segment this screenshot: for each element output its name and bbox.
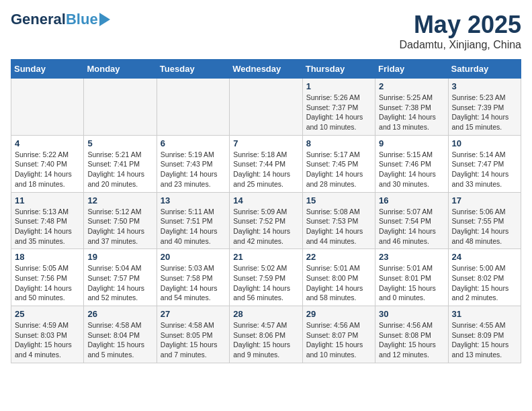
calendar-cell: 22Sunrise: 5:01 AM Sunset: 8:00 PM Dayli… [302,249,375,306]
weekday-header-sunday: Sunday [11,60,84,79]
day-number: 8 [306,138,371,148]
day-number: 10 [452,138,517,148]
calendar-cell [84,79,157,136]
day-number: 21 [233,252,298,262]
calendar-cell: 31Sunrise: 4:55 AM Sunset: 8:09 PM Dayli… [448,306,521,363]
day-number: 7 [233,138,298,148]
day-number: 14 [233,195,298,205]
day-info: Sunrise: 5:17 AM Sunset: 7:45 PM Dayligh… [306,150,371,189]
calendar-cell: 30Sunrise: 4:56 AM Sunset: 8:08 PM Dayli… [375,306,448,363]
day-info: Sunrise: 5:25 AM Sunset: 7:38 PM Dayligh… [379,93,444,132]
title-block: May 2025 Dadamtu, Xinjiang, China [400,11,521,51]
day-number: 26 [87,309,152,319]
calendar-cell: 12Sunrise: 5:12 AM Sunset: 7:50 PM Dayli… [84,192,157,249]
calendar-cell: 3Sunrise: 5:23 AM Sunset: 7:39 PM Daylig… [448,79,521,136]
day-info: Sunrise: 5:19 AM Sunset: 7:43 PM Dayligh… [161,150,226,189]
day-number: 25 [15,309,80,319]
main-title: May 2025 [400,11,521,39]
day-info: Sunrise: 4:58 AM Sunset: 8:04 PM Dayligh… [87,320,152,360]
weekday-header-thursday: Thursday [302,60,375,79]
weekday-header-monday: Monday [84,60,157,79]
day-info: Sunrise: 5:13 AM Sunset: 7:48 PM Dayligh… [15,207,80,246]
day-number: 9 [379,138,444,148]
day-number: 19 [87,252,152,262]
subtitle: Dadamtu, Xinjiang, China [400,39,521,51]
calendar-cell: 16Sunrise: 5:07 AM Sunset: 7:54 PM Dayli… [375,192,448,249]
calendar-cell: 2Sunrise: 5:25 AM Sunset: 7:38 PM Daylig… [375,79,448,136]
calendar-cell: 20Sunrise: 5:03 AM Sunset: 7:58 PM Dayli… [157,249,229,306]
day-number: 1 [306,81,371,91]
day-info: Sunrise: 5:15 AM Sunset: 7:46 PM Dayligh… [379,150,444,189]
calendar-cell: 21Sunrise: 5:02 AM Sunset: 7:59 PM Dayli… [230,249,302,306]
day-info: Sunrise: 5:12 AM Sunset: 7:50 PM Dayligh… [87,207,152,246]
day-number: 12 [87,195,152,205]
logo-arrow-icon [99,13,110,26]
weekday-header-tuesday: Tuesday [157,60,229,79]
day-number: 24 [452,252,517,262]
day-number: 29 [306,309,371,319]
day-number: 3 [452,81,517,91]
calendar-cell: 17Sunrise: 5:06 AM Sunset: 7:55 PM Dayli… [448,192,521,249]
day-info: Sunrise: 4:55 AM Sunset: 8:09 PM Dayligh… [452,320,517,360]
day-number: 15 [306,195,371,205]
calendar-cell: 13Sunrise: 5:11 AM Sunset: 7:51 PM Dayli… [157,192,229,249]
day-number: 18 [15,252,80,262]
calendar-cell: 18Sunrise: 5:05 AM Sunset: 7:56 PM Dayli… [11,249,84,306]
calendar-cell: 1Sunrise: 5:26 AM Sunset: 7:37 PM Daylig… [302,79,375,136]
calendar-cell: 27Sunrise: 4:58 AM Sunset: 8:05 PM Dayli… [157,306,229,363]
calendar-cell [157,79,229,136]
calendar-cell: 11Sunrise: 5:13 AM Sunset: 7:48 PM Dayli… [11,192,84,249]
calendar-cell: 8Sunrise: 5:17 AM Sunset: 7:45 PM Daylig… [302,135,375,192]
calendar-table: SundayMondayTuesdayWednesdayThursdayFrid… [11,59,521,363]
calendar-cell: 9Sunrise: 5:15 AM Sunset: 7:46 PM Daylig… [375,135,448,192]
day-info: Sunrise: 5:07 AM Sunset: 7:54 PM Dayligh… [379,207,444,246]
weekday-header-row: SundayMondayTuesdayWednesdayThursdayFrid… [11,60,521,79]
day-number: 2 [379,81,444,91]
calendar-cell: 25Sunrise: 4:59 AM Sunset: 8:03 PM Dayli… [11,306,84,363]
week-row-2: 4Sunrise: 5:22 AM Sunset: 7:40 PM Daylig… [11,135,521,192]
calendar-cell: 28Sunrise: 4:57 AM Sunset: 8:06 PM Dayli… [230,306,302,363]
day-number: 6 [161,138,226,148]
week-row-3: 11Sunrise: 5:13 AM Sunset: 7:48 PM Dayli… [11,192,521,249]
calendar-cell: 6Sunrise: 5:19 AM Sunset: 7:43 PM Daylig… [157,135,229,192]
day-number: 27 [161,309,226,319]
day-number: 30 [379,309,444,319]
calendar-cell: 4Sunrise: 5:22 AM Sunset: 7:40 PM Daylig… [11,135,84,192]
day-number: 17 [452,195,517,205]
day-info: Sunrise: 5:14 AM Sunset: 7:47 PM Dayligh… [452,150,517,189]
day-info: Sunrise: 5:22 AM Sunset: 7:40 PM Dayligh… [15,150,80,189]
day-number: 31 [452,309,517,319]
calendar-cell [230,79,302,136]
calendar-cell: 15Sunrise: 5:08 AM Sunset: 7:53 PM Dayli… [302,192,375,249]
weekday-header-wednesday: Wednesday [230,60,302,79]
day-info: Sunrise: 5:21 AM Sunset: 7:41 PM Dayligh… [87,150,152,189]
day-info: Sunrise: 5:02 AM Sunset: 7:59 PM Dayligh… [233,263,298,303]
day-info: Sunrise: 5:18 AM Sunset: 7:44 PM Dayligh… [233,150,298,189]
calendar-cell: 19Sunrise: 5:04 AM Sunset: 7:57 PM Dayli… [84,249,157,306]
calendar-cell: 29Sunrise: 4:56 AM Sunset: 8:07 PM Dayli… [302,306,375,363]
day-info: Sunrise: 5:11 AM Sunset: 7:51 PM Dayligh… [161,207,226,246]
day-info: Sunrise: 4:58 AM Sunset: 8:05 PM Dayligh… [161,320,226,360]
day-number: 28 [233,309,298,319]
day-number: 4 [15,138,80,148]
day-info: Sunrise: 5:01 AM Sunset: 8:00 PM Dayligh… [306,263,371,303]
day-info: Sunrise: 5:23 AM Sunset: 7:39 PM Dayligh… [452,93,517,132]
day-number: 13 [161,195,226,205]
day-info: Sunrise: 5:05 AM Sunset: 7:56 PM Dayligh… [15,263,80,303]
day-number: 16 [379,195,444,205]
day-info: Sunrise: 4:56 AM Sunset: 8:08 PM Dayligh… [379,320,444,360]
day-info: Sunrise: 5:00 AM Sunset: 8:02 PM Dayligh… [452,263,517,303]
week-row-4: 18Sunrise: 5:05 AM Sunset: 7:56 PM Dayli… [11,249,521,306]
page-header: General Blue May 2025 Dadamtu, Xinjiang,… [11,11,521,51]
calendar-cell: 14Sunrise: 5:09 AM Sunset: 7:52 PM Dayli… [230,192,302,249]
day-info: Sunrise: 4:57 AM Sunset: 8:06 PM Dayligh… [233,320,298,360]
day-info: Sunrise: 5:26 AM Sunset: 7:37 PM Dayligh… [306,93,371,132]
day-number: 20 [161,252,226,262]
day-number: 11 [15,195,80,205]
day-info: Sunrise: 5:08 AM Sunset: 7:53 PM Dayligh… [306,207,371,246]
day-info: Sunrise: 5:06 AM Sunset: 7:55 PM Dayligh… [452,207,517,246]
calendar-cell: 23Sunrise: 5:01 AM Sunset: 8:01 PM Dayli… [375,249,448,306]
week-row-5: 25Sunrise: 4:59 AM Sunset: 8:03 PM Dayli… [11,306,521,363]
week-row-1: 1Sunrise: 5:26 AM Sunset: 7:37 PM Daylig… [11,79,521,136]
day-info: Sunrise: 4:59 AM Sunset: 8:03 PM Dayligh… [15,320,80,360]
